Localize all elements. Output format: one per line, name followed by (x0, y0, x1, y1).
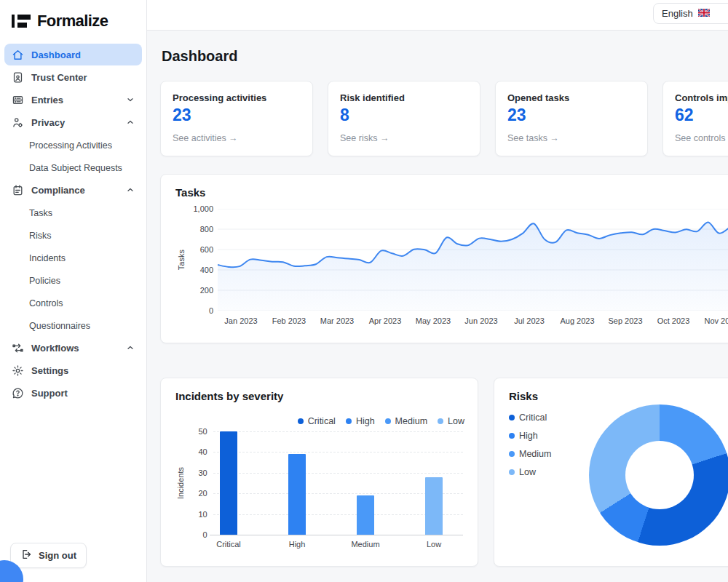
stat-card-link[interactable]: See tasks → (507, 133, 636, 143)
workflow-icon (12, 342, 24, 354)
y-tick-label: 40 (198, 447, 207, 456)
legend-dot-icon (438, 418, 443, 424)
main-area: English Dashboard Processing activities2… (147, 0, 728, 582)
sidebar-item-privacy[interactable]: Privacy (4, 111, 142, 133)
sidebar-item-risks[interactable]: Risks (4, 224, 142, 247)
x-tick-label: Feb 2023 (272, 316, 306, 325)
sidebar-item-workflows[interactable]: Workflows (4, 337, 142, 359)
sign-out-label: Sign out (39, 550, 76, 561)
brand-logo: Formalize (0, 0, 146, 38)
sidebar-item-label: Tasks (29, 208, 52, 218)
legend-label: Low (448, 416, 464, 426)
x-tick-label: Jan 2023 (224, 316, 257, 325)
tasks-chart-title: Tasks (175, 186, 728, 199)
bar-high (288, 454, 306, 535)
sidebar-item-label: Dashboard (31, 49, 81, 60)
tasks-x-ticks: Jan 2023Feb 2023Mar 2023Apr 2023May 2023… (218, 316, 728, 332)
stat-card-link[interactable]: See risks → (340, 133, 468, 143)
legend-dot-icon (509, 451, 515, 457)
incidents-y-axis-label: Incidents (176, 467, 185, 499)
sidebar-item-dashboard[interactable]: Dashboard (4, 44, 142, 65)
sidebar-item-processing-activities[interactable]: Processing Activities (4, 134, 142, 156)
legend-label: Critical (308, 416, 336, 426)
y-tick-label: 800 (200, 225, 213, 234)
x-tick-label: Critical (216, 540, 241, 549)
sidebar-item-data-subject-requests[interactable]: Data Subject Requests (4, 156, 142, 179)
stat-card-title: Processing activities (173, 92, 301, 103)
legend-label: High (356, 416, 375, 426)
stat-card-value: 23 (507, 105, 636, 125)
sidebar-item-label: Trust Center (31, 72, 87, 83)
sidebar-item-tasks[interactable]: Tasks (4, 202, 142, 224)
topbar: English (147, 0, 728, 31)
x-tick-label: Medium (351, 540, 379, 549)
legend-label: Medium (519, 449, 551, 459)
sidebar-item-policies[interactable]: Policies (4, 269, 142, 292)
legend-label: High (519, 431, 538, 441)
x-tick-label: Oct 2023 (657, 316, 690, 325)
sidebar: Formalize DashboardTrust CenterEntriesPr… (0, 0, 147, 582)
chevron-up-icon[interactable] (126, 186, 135, 194)
chevron-down-icon[interactable] (126, 95, 135, 104)
legend-item-high[interactable]: High (346, 416, 375, 426)
sidebar-item-label: Entries (31, 95, 63, 105)
sign-out-button[interactable]: Sign out (10, 543, 87, 568)
y-tick-label: 30 (198, 469, 207, 477)
legend-dot-icon (298, 418, 304, 424)
language-selector[interactable]: English (653, 3, 728, 24)
legend-dot-icon (346, 418, 352, 424)
formalize-logo-icon (12, 13, 31, 29)
chevron-up-icon[interactable] (126, 343, 135, 352)
y-tick-label: 1,000 (193, 204, 213, 213)
y-tick-label: 400 (200, 266, 213, 274)
y-tick-label: 10 (198, 510, 207, 519)
stat-card-link[interactable]: See activities → (173, 133, 301, 143)
sidebar-item-questionnaires[interactable]: Questionnaires (4, 314, 142, 337)
y-tick-label: 0 (209, 306, 213, 315)
stat-card-value: 8 (340, 105, 468, 125)
sidebar-item-label: Controls (29, 298, 63, 308)
badge-user-icon (12, 71, 24, 84)
bar-critical (220, 431, 237, 535)
sidebar-item-incidents[interactable]: Incidents (4, 247, 142, 269)
stat-card-link[interactable]: See controls → (675, 133, 728, 143)
legend-item-low[interactable]: Low (438, 416, 464, 426)
stat-card-opened-tasks: Opened tasks23See tasks → (495, 81, 648, 156)
chevron-up-icon[interactable] (126, 118, 135, 127)
home-icon (12, 49, 24, 61)
sidebar-item-label: Workflows (31, 343, 79, 354)
y-tick-label: 20 (198, 489, 207, 498)
sidebar-item-compliance[interactable]: Compliance (4, 179, 142, 201)
legend-item-medium[interactable]: Medium (385, 416, 427, 426)
sidebar-item-settings[interactable]: Settings (4, 359, 142, 381)
stat-card-title: Opened tasks (507, 92, 636, 103)
legend-item-critical[interactable]: Critical (298, 416, 336, 426)
language-label: English (662, 8, 693, 19)
y-tick-label: 50 (198, 427, 207, 436)
stat-card-title: Controls implemented (675, 92, 728, 103)
y-tick-label: 200 (200, 286, 213, 295)
sidebar-item-label: Questionnaires (29, 321, 90, 331)
sidebar-item-label: Privacy (31, 117, 65, 128)
stat-card-value: 62 (675, 105, 728, 125)
sidebar-item-trust-center[interactable]: Trust Center (4, 66, 142, 88)
x-tick-label: Mar 2023 (320, 316, 354, 325)
risks-chart-title: Risks (509, 390, 728, 402)
incidents-chart-card: Incidents by severity CriticalHighMedium… (160, 378, 478, 567)
stat-card-processing-activities: Processing activities23See activities → (160, 81, 313, 156)
dashboard-content: Dashboard Processing activities23See act… (147, 31, 728, 582)
incidents-y-ticks: 50403020100 (186, 431, 213, 535)
stat-card-controls-implemented: Controls implemented62See controls → (662, 81, 728, 156)
tasks-plot-area (218, 209, 728, 311)
tasks-chart-card: Tasks Tasks 1,0008006004002000 Jan 2023F… (160, 174, 728, 343)
sidebar-item-controls[interactable]: Controls (4, 292, 142, 314)
sidebar-nav: DashboardTrust CenterEntriesPrivacyProce… (0, 38, 146, 404)
page-title: Dashboard (162, 48, 728, 65)
legend-dot-icon (509, 469, 515, 475)
sidebar-item-support[interactable]: Support (4, 382, 142, 404)
gear-icon (12, 364, 24, 377)
sidebar-item-entries[interactable]: Entries (4, 89, 142, 111)
legend-dot-icon (385, 418, 391, 424)
stat-card-title: Risk identified (340, 92, 468, 103)
tasks-y-ticks: 1,0008006004002000 (187, 209, 218, 311)
